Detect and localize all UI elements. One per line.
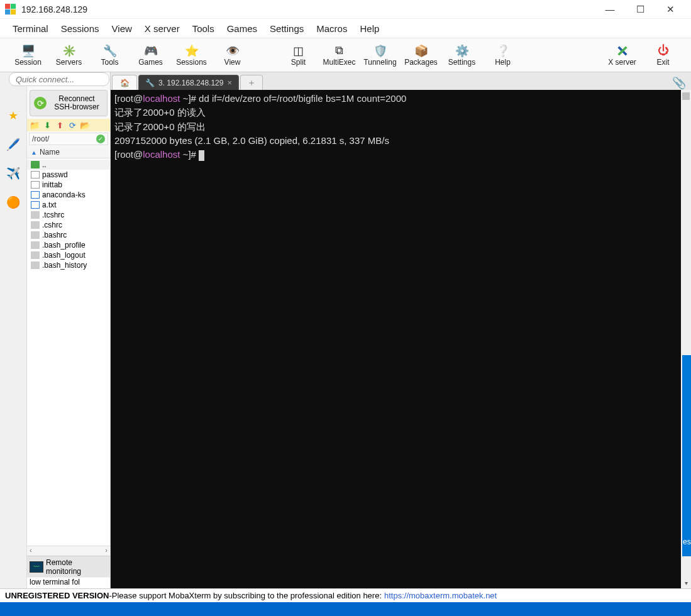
plus-icon: ＋ — [247, 77, 256, 89]
menu-terminal[interactable]: Terminal — [9, 22, 52, 35]
sidebar-tabs: ★ 🖊️ ✈️ 🟠 — [0, 72, 26, 588]
content-area: 📎 🏠 🔧 3. 192.168.248.129 × ＋ [root@local… — [111, 72, 691, 588]
toolbar-servers[interactable]: ✳️Servers — [48, 40, 89, 71]
sidetab-send-icon[interactable]: ✈️ — [4, 165, 22, 182]
right-blue-slice: es — [682, 355, 691, 556]
tab-home[interactable]: 🏠 — [112, 75, 137, 90]
tools-icon: 🔧 — [103, 44, 117, 58]
tab-close-icon[interactable]: × — [227, 78, 232, 87]
file-item[interactable]: .bash_profile — [27, 240, 110, 250]
packages-icon: 📦 — [414, 44, 428, 58]
hidden-icon — [31, 221, 40, 229]
file-item[interactable]: a.txt — [27, 200, 110, 210]
file-item[interactable]: .tcshrc — [27, 210, 110, 220]
toolbar: 🖥️Session ✳️Servers 🔧Tools 🎮Games ⭐Sessi… — [0, 38, 691, 72]
tab-session-active[interactable]: 🔧 3. 192.168.248.129 × — [138, 75, 239, 90]
upload-icon[interactable]: ⬆ — [55, 120, 65, 130]
file-name: .bash_logout — [42, 251, 86, 260]
file-item[interactable]: .bash_history — [27, 260, 110, 270]
menu-settings[interactable]: Settings — [266, 22, 307, 35]
file-item[interactable]: inittab — [27, 180, 110, 190]
toolbar-settings[interactable]: ⚙️Settings — [441, 40, 482, 71]
paperclip-icon[interactable]: 📎 — [672, 76, 686, 90]
menu-help[interactable]: Help — [356, 22, 383, 35]
path-ok-icon: ✓ — [96, 135, 105, 143]
menubar: Terminal Sessions View X server Tools Ga… — [0, 19, 691, 38]
file-name: .cshrc — [42, 221, 62, 229]
sidetab-tools-icon[interactable]: 🖊️ — [4, 136, 22, 153]
games-icon: 🎮 — [144, 44, 158, 58]
newfolder-icon[interactable]: 📂 — [80, 120, 90, 130]
scroll-left-icon[interactable]: ‹ — [27, 546, 35, 556]
quick-connect-input[interactable] — [9, 72, 109, 86]
toolbar-view[interactable]: 👁️View — [212, 40, 253, 71]
file-toolbar: 📁 ⬇ ⬆ ⟳ 📂 — [27, 119, 110, 131]
tab-add[interactable]: ＋ — [240, 75, 263, 90]
toolbar-tunneling[interactable]: 🛡️Tunneling — [360, 40, 401, 71]
refresh-icon[interactable]: ⟳ — [67, 120, 77, 130]
reconnect-icon: ⟳ — [34, 97, 47, 109]
scroll-right-icon[interactable]: › — [102, 546, 110, 556]
sessions-icon: ⭐ — [185, 44, 199, 58]
file-item[interactable]: .. — [27, 160, 110, 170]
scroll-down-icon[interactable]: ▾ — [681, 578, 691, 588]
sidetab-favorites-icon[interactable]: ★ — [4, 107, 22, 124]
terminal[interactable]: [root@localhost ~]# dd if=/dev/zero of=/… — [111, 90, 691, 588]
file-name: inittab — [42, 180, 62, 189]
scroll-thumb[interactable] — [682, 92, 690, 100]
sidetab-globe-icon[interactable]: 🟠 — [4, 194, 22, 211]
toolbar-split[interactable]: ◫Split — [278, 40, 319, 71]
home-icon: 🏠 — [120, 79, 130, 87]
hidden-icon — [31, 211, 40, 219]
menu-macros[interactable]: Macros — [312, 22, 351, 35]
svg-rect-3 — [11, 9, 16, 14]
tab-label: 3. 192.168.248.129 — [158, 79, 223, 87]
servers-icon: ✳️ — [62, 44, 76, 58]
toolbar-multiexec[interactable]: ⧉MultiExec — [319, 40, 360, 71]
menu-xserver[interactable]: X server — [141, 22, 184, 35]
folder-icon[interactable]: 📁 — [30, 120, 40, 130]
settings-icon: ⚙️ — [455, 44, 469, 58]
monitor-icon: 〰 — [30, 561, 43, 573]
footer-link[interactable]: https://mobaxterm.mobatek.net — [384, 591, 497, 600]
toolbar-session[interactable]: 🖥️Session — [8, 40, 48, 71]
menu-view[interactable]: View — [108, 22, 136, 35]
file-item[interactable]: anaconda-ks — [27, 190, 110, 200]
toolbar-help[interactable]: ❔Help — [482, 40, 523, 71]
toolbar-packages[interactable]: 📦Packages — [401, 40, 441, 71]
maximize-button[interactable]: ☐ — [631, 4, 650, 15]
window-title: 192.168.248.129 — [21, 4, 600, 14]
multiexec-icon: ⧉ — [335, 44, 343, 58]
hidden-icon — [31, 241, 40, 249]
toolbar-tools[interactable]: 🔧Tools — [89, 40, 130, 71]
toolbar-sessions[interactable]: ⭐Sessions — [171, 40, 212, 71]
tab-bar: 🏠 🔧 3. 192.168.248.129 × ＋ — [111, 72, 691, 90]
file-item[interactable]: .bash_logout — [27, 250, 110, 260]
unregistered-label: UNREGISTERED VERSION — [5, 591, 109, 600]
reconnect-button[interactable]: ⟳ ReconnectSSH-browser — [30, 90, 108, 116]
remote-monitoring-button[interactable]: 〰 Remotemonitoring — [27, 556, 110, 577]
tunneling-icon: 🛡️ — [373, 44, 387, 58]
toolbar-exit[interactable]: ⏻Exit — [643, 40, 683, 71]
menu-sessions[interactable]: Sessions — [57, 22, 103, 35]
menu-tools[interactable]: Tools — [189, 22, 218, 35]
file-item[interactable]: passwd — [27, 170, 110, 180]
file-header[interactable]: ▲Name — [27, 146, 110, 158]
file-name: a.txt — [42, 201, 57, 209]
current-path[interactable]: /root/ — [32, 135, 96, 143]
low-terminal-option[interactable]: low terminal fol — [27, 577, 110, 588]
file-name: .bashrc — [42, 231, 67, 239]
file-item[interactable]: .bashrc — [27, 230, 110, 240]
app-icon — [5, 4, 16, 15]
download-icon[interactable]: ⬇ — [42, 120, 52, 130]
menu-games[interactable]: Games — [223, 22, 261, 35]
path-row: /root/ ✓ — [29, 133, 108, 145]
file-name: .. — [42, 160, 47, 169]
file-name: anaconda-ks — [42, 190, 86, 199]
minimize-button[interactable]: — — [600, 4, 619, 15]
toolbar-xserver[interactable]: X server — [602, 40, 643, 71]
close-button[interactable]: ✕ — [661, 4, 680, 15]
toolbar-games[interactable]: 🎮Games — [130, 40, 171, 71]
split-icon: ◫ — [293, 44, 304, 58]
file-item[interactable]: .cshrc — [27, 220, 110, 230]
